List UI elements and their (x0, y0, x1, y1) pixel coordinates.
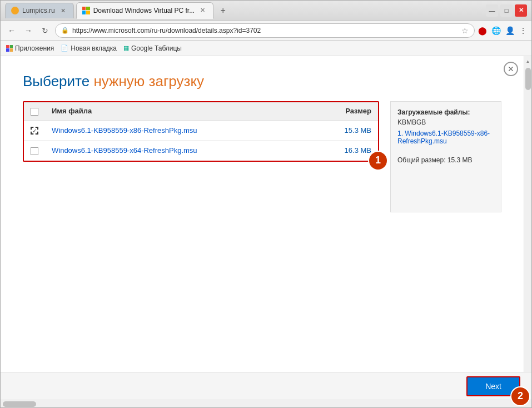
scroll-up-button[interactable]: ▲ (524, 57, 531, 66)
toolbar-icons: ⬤ 🌐 👤 ⋮ (478, 26, 527, 35)
tab-active-label: Download Windows Virtual PC fr... (93, 7, 195, 14)
url-text: https://www.microsoft.com/ru-ru/download… (72, 27, 458, 34)
sheets-icon: ▦ (123, 44, 129, 52)
browser-window: Lumpics.ru ✕ Download Windows Virtual PC… (0, 0, 532, 408)
select-all-checkbox[interactable] (31, 108, 38, 116)
window-controls: — □ ✕ (486, 4, 527, 17)
row1-file-link[interactable]: Windows6.1-KB958559-x86-RefreshPkg.msu (52, 126, 197, 135)
minimize-button[interactable]: — (486, 4, 498, 17)
lumpics-icon (11, 7, 19, 14)
bookmarks-bar: Приложения 📄 Новая вкладка ▦ Google Табл… (1, 41, 531, 56)
scrollbar-track[interactable]: ▲ (524, 56, 531, 372)
menu-icon[interactable]: ⋮ (519, 26, 527, 35)
content-area: ✕ Выберите нужную загрузку И (1, 56, 531, 372)
row2-file-link[interactable]: Windows6.1-KB958559-x64-RefreshPkg.msu (52, 146, 197, 155)
table-row: Windows6.1-KB958559-x86-RefreshPkg.msu 1… (24, 120, 378, 141)
lock-icon: 🔒 (61, 27, 69, 34)
refresh-button[interactable]: ↻ (38, 24, 52, 37)
kb-label: KBMBGB (397, 118, 494, 126)
scrollbar-thumb[interactable] (525, 68, 531, 90)
col-header-filename: Имя файла (45, 102, 311, 120)
close-window-button[interactable]: ✕ (515, 4, 527, 17)
bookmark-apps[interactable]: Приложения (6, 44, 54, 52)
address-bar: ← → ↻ 🔒 https://www.microsoft.com/ru-ru/… (1, 21, 531, 41)
h-scrollbar[interactable] (1, 400, 531, 407)
bookmark-new-tab-label: Новая вкладка (71, 44, 117, 52)
back-button[interactable]: ← (5, 24, 18, 37)
bookmark-sheets-label: Google Таблицы (131, 44, 182, 52)
page-title: Выберите нужную загрузку (23, 73, 501, 90)
downloads-label: Загружаемые файлы: (397, 108, 494, 116)
page-content: ✕ Выберите нужную загрузку И (1, 56, 524, 372)
row2-filename: Windows6.1-KB958559-x64-RefreshPkg.msu (45, 141, 311, 161)
close-panel-button[interactable]: ✕ (504, 62, 518, 76)
tab-inactive-label: Lumpics.ru (22, 7, 55, 14)
row1-checkbox-cell (24, 120, 45, 141)
title-part1: Выберите (23, 73, 93, 89)
maximize-button[interactable]: □ (500, 4, 513, 17)
bottom-bar: Next 2 (1, 372, 531, 400)
doc-icon: 📄 (61, 44, 68, 52)
file-table-container: Имя файла Размер Windows6.1-KB958559-x86 (23, 101, 379, 162)
next-button-wrapper: Next 2 (466, 376, 520, 396)
row2-checkbox-cell (24, 141, 45, 161)
settings-icon[interactable]: 🌐 (491, 26, 501, 35)
url-bar[interactable]: 🔒 https://www.microsoft.com/ru-ru/downlo… (55, 23, 475, 38)
badge-2: 2 (510, 386, 530, 406)
profile-icon[interactable]: 👤 (505, 26, 515, 35)
table-header-row: Имя файла Размер (24, 102, 378, 120)
row1-filename: Windows6.1-KB958559-x86-RefreshPkg.msu (45, 120, 311, 141)
row1-size: 15.3 MB (311, 120, 378, 141)
bookmark-new-tab[interactable]: 📄 Новая вкладка (61, 44, 117, 52)
tab-inactive-close[interactable]: ✕ (58, 6, 68, 16)
right-panel-file-item[interactable]: 1. Windows6.1-KB958559-x86-RefreshPkg.ms… (397, 130, 494, 145)
title-bar: Lumpics.ru ✕ Download Windows Virtual PC… (1, 1, 531, 21)
tab-inactive[interactable]: Lumpics.ru ✕ (5, 3, 74, 18)
new-tab-button[interactable]: + (216, 3, 230, 18)
badge-1: 1 (368, 151, 388, 171)
tab-active[interactable]: Download Windows Virtual PC fr... ✕ (76, 2, 214, 19)
apps-grid-icon (6, 45, 13, 52)
ms-icon (82, 7, 90, 14)
h-scrollbar-thumb[interactable] (3, 401, 36, 407)
right-panel: Загружаемые файлы: KBMBGB 1. Windows6.1-… (390, 101, 501, 212)
table-row: Windows6.1-KB958559-x64-RefreshPkg.msu 1… (24, 141, 378, 161)
main-layout: Имя файла Размер Windows6.1-KB958559-x86 (23, 101, 501, 212)
row1-checkbox[interactable] (31, 127, 38, 135)
col-header-checkbox (24, 102, 45, 120)
bookmark-sheets[interactable]: ▦ Google Таблицы (123, 44, 182, 52)
forward-button[interactable]: → (22, 24, 35, 37)
opera-icon[interactable]: ⬤ (478, 26, 487, 35)
file-table: Имя файла Размер Windows6.1-KB958559-x86 (24, 102, 378, 161)
bookmark-apps-label: Приложения (15, 44, 54, 52)
bookmark-star-icon[interactable]: ☆ (461, 26, 469, 35)
col-header-size: Размер (311, 102, 378, 120)
total-size: Общий размер: 15.3 MB (397, 156, 494, 164)
tab-active-close[interactable]: ✕ (198, 6, 207, 15)
row2-checkbox[interactable] (31, 147, 38, 155)
title-highlight: нужную загрузку (93, 73, 204, 89)
